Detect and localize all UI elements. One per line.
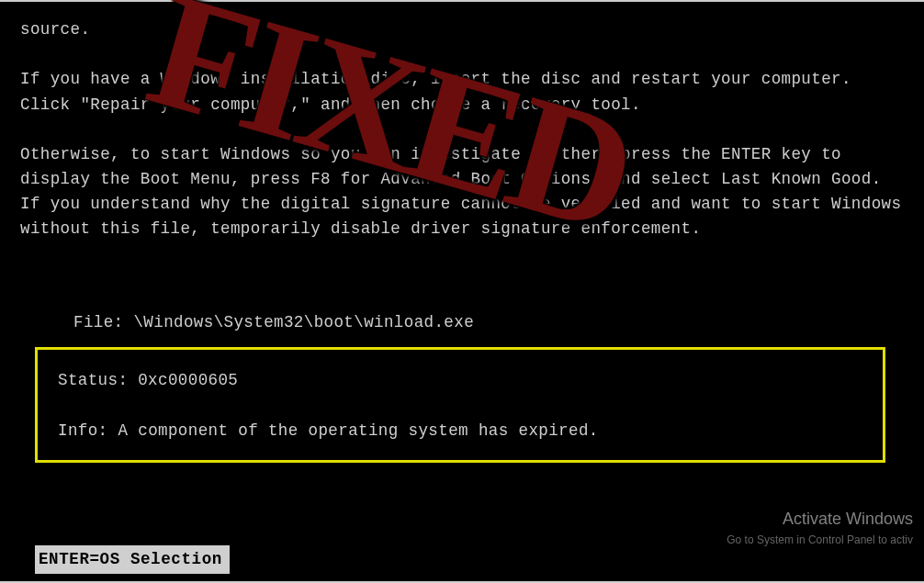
status-label: Status:: [58, 371, 128, 389]
paragraph-otherwise: Otherwise, to start Windows so you can i…: [20, 145, 911, 238]
status-line: Status: 0xc0000605: [58, 368, 862, 393]
error-body-text: source. If you have a Windows installati…: [20, 0, 911, 266]
paragraph-install-disc: If you have a Windows installation disc,…: [20, 70, 862, 113]
activate-title: Activate Windows: [727, 507, 913, 533]
file-label: File:: [73, 313, 124, 331]
file-value: \Windows\System32\boot\winload.exe: [133, 313, 474, 331]
footer-enter-os-selection[interactable]: ENTER=OS Selection: [35, 545, 230, 574]
info-label: Info:: [58, 421, 108, 440]
activate-subtitle: Go to System in Control Panel to activ: [727, 534, 913, 546]
line-source: source.: [20, 20, 90, 39]
info-line: Info: A component of the operating syste…: [58, 419, 862, 443]
info-value: A component of the operating system has …: [118, 421, 598, 440]
status-info-box: Status: 0xc0000605 Info: A component of …: [35, 347, 885, 463]
file-line: File: \Windows\System32\boot\winload.exe: [73, 310, 474, 335]
activate-windows-watermark: Activate Windows Go to System in Control…: [727, 507, 913, 546]
boot-error-screen: source. If you have a Windows installati…: [0, 0, 924, 583]
status-value: 0xc0000605: [138, 371, 238, 389]
